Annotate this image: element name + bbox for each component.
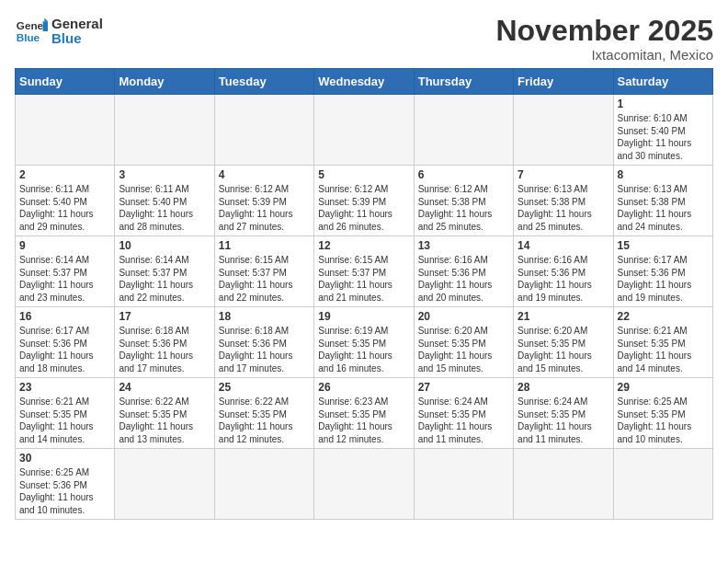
day-cell: 27Sunrise: 6:24 AMSunset: 5:35 PMDayligh… [414, 378, 513, 449]
day-cell [115, 449, 214, 520]
day-cell: 30Sunrise: 6:25 AMSunset: 5:36 PMDayligh… [16, 449, 115, 520]
day-number: 14 [518, 239, 609, 252]
day-cell [314, 95, 414, 166]
calendar-title: November 2025 [495, 15, 713, 47]
week-row-3: 9Sunrise: 6:14 AMSunset: 5:37 PMDaylight… [16, 236, 713, 307]
week-row-5: 23Sunrise: 6:21 AMSunset: 5:35 PMDayligh… [16, 378, 713, 449]
week-row-4: 16Sunrise: 6:17 AMSunset: 5:36 PMDayligh… [16, 307, 713, 378]
day-number: 24 [119, 381, 210, 394]
day-cell: 26Sunrise: 6:23 AMSunset: 5:35 PMDayligh… [314, 378, 414, 449]
day-cell: 8Sunrise: 6:13 AMSunset: 5:38 PMDaylight… [613, 166, 712, 236]
day-number: 4 [219, 168, 310, 181]
svg-marker-2 [43, 21, 48, 31]
day-number: 2 [19, 168, 110, 181]
week-row-6: 30Sunrise: 6:25 AMSunset: 5:36 PMDayligh… [16, 449, 713, 520]
day-info: Sunrise: 6:12 AMSunset: 5:39 PMDaylight:… [219, 183, 310, 233]
day-cell: 23Sunrise: 6:21 AMSunset: 5:35 PMDayligh… [16, 378, 115, 449]
day-info: Sunrise: 6:16 AMSunset: 5:36 PMDaylight:… [518, 254, 609, 304]
day-cell: 3Sunrise: 6:11 AMSunset: 5:40 PMDaylight… [115, 166, 214, 236]
day-info: Sunrise: 6:13 AMSunset: 5:38 PMDaylight:… [518, 183, 609, 233]
day-cell: 28Sunrise: 6:24 AMSunset: 5:35 PMDayligh… [514, 378, 613, 449]
day-info: Sunrise: 6:14 AMSunset: 5:37 PMDaylight:… [19, 254, 110, 304]
day-number: 22 [618, 310, 709, 323]
day-cell [514, 449, 613, 520]
day-info: Sunrise: 6:13 AMSunset: 5:38 PMDaylight:… [618, 183, 709, 233]
day-info: Sunrise: 6:12 AMSunset: 5:38 PMDaylight:… [418, 183, 509, 233]
day-number: 7 [518, 168, 609, 181]
calendar-table: SundayMondayTuesdayWednesdayThursdayFrid… [15, 68, 713, 520]
week-row-2: 2Sunrise: 6:11 AMSunset: 5:40 PMDaylight… [16, 166, 713, 236]
day-info: Sunrise: 6:12 AMSunset: 5:39 PMDaylight:… [318, 183, 409, 233]
svg-text:Blue: Blue [17, 31, 40, 43]
day-info: Sunrise: 6:25 AMSunset: 5:35 PMDaylight:… [618, 396, 709, 445]
day-info: Sunrise: 6:24 AMSunset: 5:35 PMDaylight:… [518, 396, 609, 445]
day-number: 26 [318, 381, 409, 394]
day-cell: 4Sunrise: 6:12 AMSunset: 5:39 PMDaylight… [214, 166, 313, 236]
weekday-header-friday: Friday [514, 69, 613, 95]
day-cell: 19Sunrise: 6:19 AMSunset: 5:35 PMDayligh… [314, 307, 414, 378]
day-info: Sunrise: 6:23 AMSunset: 5:35 PMDaylight:… [318, 396, 409, 445]
day-cell: 11Sunrise: 6:15 AMSunset: 5:37 PMDayligh… [214, 236, 313, 307]
day-cell: 9Sunrise: 6:14 AMSunset: 5:37 PMDaylight… [16, 236, 115, 307]
day-number: 25 [219, 381, 310, 394]
day-number: 15 [618, 239, 709, 252]
day-cell: 7Sunrise: 6:13 AMSunset: 5:38 PMDaylight… [514, 166, 613, 236]
day-info: Sunrise: 6:25 AMSunset: 5:36 PMDaylight:… [19, 466, 110, 516]
day-number: 11 [219, 239, 310, 252]
day-info: Sunrise: 6:14 AMSunset: 5:37 PMDaylight:… [119, 254, 210, 304]
day-cell: 20Sunrise: 6:20 AMSunset: 5:35 PMDayligh… [414, 307, 513, 378]
day-cell: 17Sunrise: 6:18 AMSunset: 5:36 PMDayligh… [115, 307, 214, 378]
day-number: 21 [518, 310, 609, 323]
day-info: Sunrise: 6:20 AMSunset: 5:35 PMDaylight:… [518, 325, 609, 374]
day-cell: 25Sunrise: 6:22 AMSunset: 5:35 PMDayligh… [214, 378, 313, 449]
day-info: Sunrise: 6:22 AMSunset: 5:35 PMDaylight:… [119, 396, 210, 445]
day-number: 8 [618, 168, 709, 181]
day-number: 6 [418, 168, 509, 181]
day-number: 10 [119, 239, 210, 252]
day-info: Sunrise: 6:11 AMSunset: 5:40 PMDaylight:… [19, 183, 110, 233]
day-number: 16 [19, 310, 110, 323]
day-info: Sunrise: 6:16 AMSunset: 5:36 PMDaylight:… [418, 254, 509, 304]
day-number: 1 [618, 98, 709, 110]
day-number: 27 [418, 381, 509, 394]
day-cell [16, 95, 115, 166]
day-number: 17 [119, 310, 210, 323]
weekday-header-tuesday: Tuesday [214, 69, 313, 95]
day-number: 3 [119, 168, 210, 181]
day-info: Sunrise: 6:11 AMSunset: 5:40 PMDaylight:… [119, 183, 210, 233]
day-cell: 16Sunrise: 6:17 AMSunset: 5:36 PMDayligh… [16, 307, 115, 378]
weekday-header-wednesday: Wednesday [314, 69, 414, 95]
day-info: Sunrise: 6:18 AMSunset: 5:36 PMDaylight:… [219, 325, 310, 374]
day-cell: 2Sunrise: 6:11 AMSunset: 5:40 PMDaylight… [16, 166, 115, 236]
day-cell [214, 449, 313, 520]
day-number: 18 [219, 310, 310, 323]
logo-icon: General Blue [15, 15, 48, 48]
day-info: Sunrise: 6:17 AMSunset: 5:36 PMDaylight:… [618, 254, 709, 304]
calendar-subtitle: Ixtacomitan, Mexico [495, 47, 713, 63]
logo-general: General [51, 16, 103, 31]
week-row-1: 1Sunrise: 6:10 AMSunset: 5:40 PMDaylight… [16, 95, 713, 166]
day-number: 30 [19, 452, 110, 465]
day-cell: 6Sunrise: 6:12 AMSunset: 5:38 PMDaylight… [414, 166, 513, 236]
day-number: 13 [418, 239, 509, 252]
day-cell: 22Sunrise: 6:21 AMSunset: 5:35 PMDayligh… [613, 307, 712, 378]
day-info: Sunrise: 6:19 AMSunset: 5:35 PMDaylight:… [318, 325, 409, 374]
day-cell [414, 95, 513, 166]
logo: General Blue General Blue [15, 15, 103, 48]
day-cell: 12Sunrise: 6:15 AMSunset: 5:37 PMDayligh… [314, 236, 414, 307]
day-number: 5 [318, 168, 409, 181]
weekday-header-thursday: Thursday [414, 69, 513, 95]
weekday-header-row: SundayMondayTuesdayWednesdayThursdayFrid… [16, 69, 713, 95]
day-info: Sunrise: 6:15 AMSunset: 5:37 PMDaylight:… [219, 254, 310, 304]
weekday-header-sunday: Sunday [16, 69, 115, 95]
day-number: 12 [318, 239, 409, 252]
day-cell [613, 449, 712, 520]
day-cell: 18Sunrise: 6:18 AMSunset: 5:36 PMDayligh… [214, 307, 313, 378]
day-info: Sunrise: 6:24 AMSunset: 5:35 PMDaylight:… [418, 396, 509, 445]
day-cell: 21Sunrise: 6:20 AMSunset: 5:35 PMDayligh… [514, 307, 613, 378]
weekday-header-saturday: Saturday [613, 69, 712, 95]
day-info: Sunrise: 6:22 AMSunset: 5:35 PMDaylight:… [219, 396, 310, 445]
day-cell: 13Sunrise: 6:16 AMSunset: 5:36 PMDayligh… [414, 236, 513, 307]
page-header: General Blue General Blue November 2025 … [15, 15, 713, 63]
day-cell [514, 95, 613, 166]
